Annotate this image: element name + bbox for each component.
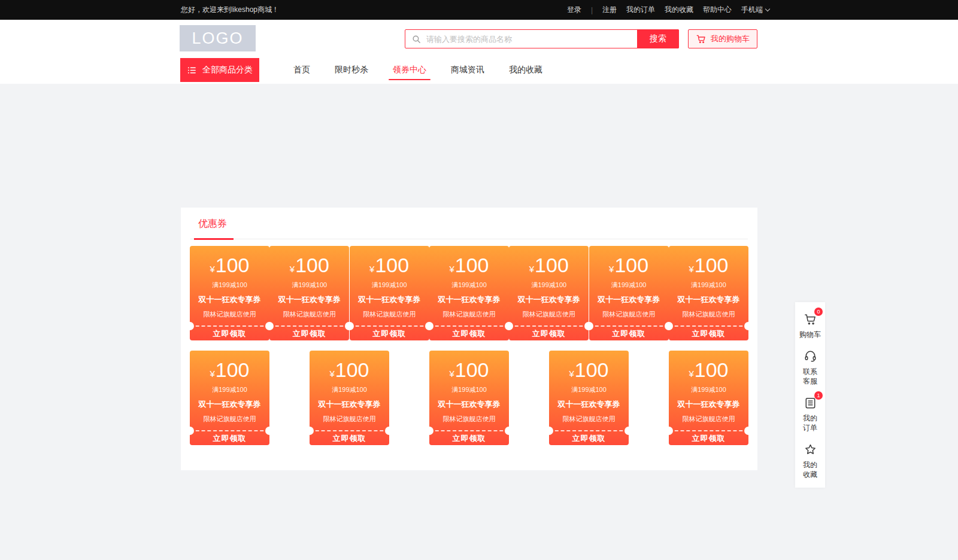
topbar-link-my-orders[interactable]: 我的订单 [626,5,655,15]
coupon-tear-line [669,430,748,431]
coupon-card: ¥100 满199减100 双十一狂欢专享券 限林记旗舰店使用 立即领取 [269,246,349,340]
side-item-my-favorites[interactable]: 我的 收藏 [803,442,817,479]
coupon-card: ¥100 满199减100 双十一狂欢专享券 限林记旗舰店使用 立即领取 [549,351,629,445]
coupon-card: ¥100 满199减100 双十一狂欢专享券 限林记旗舰店使用 立即领取 [669,246,748,340]
coupon-name: 双十一狂欢专享券 [319,399,381,410]
coupon-tear-line [190,430,269,431]
nav-item-coupon-center[interactable]: 领券中心 [392,58,428,82]
coupon-panel-head: 优惠券 [190,208,748,239]
topbar-link-login[interactable]: 登录 [567,5,581,15]
currency-symbol: ¥ [689,264,693,274]
search-bar: 搜索 [405,29,679,48]
list-icon [187,65,197,75]
coupon-name: 双十一狂欢专享券 [199,399,261,410]
coupon-tear-line [190,325,269,327]
claim-button[interactable]: 立即领取 [269,327,349,340]
currency-symbol: ¥ [609,264,614,274]
claim-button[interactable]: 立即领取 [350,327,429,340]
search-input[interactable] [422,30,637,48]
coupon-card: ¥100 满199减100 双十一狂欢专享券 限林记旗舰店使用 立即领取 [429,351,509,445]
my-cart-label: 我的购物车 [711,34,750,44]
claim-button[interactable]: 立即领取 [669,431,748,445]
currency-symbol: ¥ [449,369,454,379]
coupon-amount: ¥100 [290,254,329,276]
coupon-amount-value: 100 [375,254,409,276]
category-button-label: 全部商品分类 [202,65,253,75]
claim-button[interactable]: 立即领取 [549,431,629,445]
my-cart-button[interactable]: 我的购物车 [688,29,757,48]
topbar-links: 登录 | 注册 我的订单 我的收藏 帮助中心 手机端 [567,5,769,15]
claim-button[interactable]: 立即领取 [509,327,589,340]
coupon-amount-value: 100 [575,358,609,381]
search-icon [411,34,422,44]
coupon-name: 双十一狂欢专享券 [438,294,500,305]
coupon-scope: 限林记旗舰店使用 [323,415,376,424]
topbar-link-register[interactable]: 注册 [602,5,617,15]
logo[interactable]: LOGO [180,25,256,51]
panel-tab-underline [194,238,234,240]
coupon-name: 双十一狂欢专享券 [278,294,341,305]
nav-item-mall-news[interactable]: 商城资讯 [450,58,486,82]
side-panel: 0 购物车 联系 客服 [795,302,825,488]
coupon-tear-line [589,325,669,327]
orders-badge: 1 [814,391,823,400]
coupon-scope: 限林记旗舰店使用 [683,415,735,424]
coupon-scope: 限林记旗舰店使用 [363,310,416,319]
coupon-amount-value: 100 [614,254,648,276]
currency-symbol: ¥ [210,369,214,379]
side-item-my-orders[interactable]: 1 我的 订单 [803,395,817,433]
coupon-amount-value: 100 [216,254,250,276]
topbar-link-help-center[interactable]: 帮助中心 [703,5,732,15]
coupon-condition: 满199减100 [292,281,327,290]
coupon-scope: 限林记旗舰店使用 [443,415,496,424]
coupon-amount-value: 100 [695,254,729,276]
claim-button[interactable]: 立即领取 [429,327,509,340]
side-item-label: 购物车 [799,330,821,339]
claim-button[interactable]: 立即领取 [589,327,669,340]
coupon-amount: ¥100 [569,359,608,381]
currency-symbol: ¥ [210,264,214,274]
currency-symbol: ¥ [569,369,574,379]
claim-button[interactable]: 立即领取 [190,327,269,340]
side-item-label: 联系 客服 [803,367,817,386]
currency-symbol: ¥ [529,264,534,274]
topbar-link-mobile[interactable]: 手机端 [741,5,769,15]
nav-item-flash-sale[interactable]: 限时秒杀 [334,58,369,82]
topbar: 您好，欢迎来到likeshop商城！ 登录 | 注册 我的订单 我的收藏 帮助中… [0,0,958,20]
topbar-link-my-favorites[interactable]: 我的收藏 [665,5,693,15]
coupon-name: 双十一狂欢专享券 [438,399,501,410]
coupon-name: 双十一狂欢专享券 [677,294,739,305]
coupon-name: 双十一狂欢专享券 [358,294,420,305]
claim-button[interactable]: 立即领取 [190,431,269,445]
search-button[interactable]: 搜索 [637,29,679,48]
coupon-tear-line [269,325,349,327]
coupon-name: 双十一狂欢专享券 [678,399,740,410]
currency-symbol: ¥ [449,264,454,274]
coupon-scope: 限林记旗舰店使用 [204,310,256,319]
claim-button[interactable]: 立即领取 [310,431,389,445]
coupon-amount: ¥100 [449,359,489,381]
side-item-customer-service[interactable]: 联系 客服 [803,349,817,386]
coupon-card: ¥100 满199减100 双十一狂欢专享券 限林记旗舰店使用 立即领取 [589,246,669,340]
coupon-scope: 限林记旗舰店使用 [442,310,495,319]
coupon-condition: 满199减100 [571,385,607,394]
coupon-amount-value: 100 [695,358,729,381]
nav-item-home[interactable]: 首页 [292,58,311,82]
coupon-condition: 满199减100 [372,281,407,290]
coupon-name: 双十一狂欢专享券 [518,294,580,305]
side-item-cart[interactable]: 0 购物车 [799,312,821,339]
category-button[interactable]: 全部商品分类 [180,58,259,82]
coupon-scope: 限林记旗舰店使用 [204,415,256,424]
currency-symbol: ¥ [369,264,374,274]
claim-button[interactable]: 立即领取 [429,431,509,445]
claim-button[interactable]: 立即领取 [669,327,748,340]
coupon-amount-value: 100 [455,254,489,276]
coupon-scope: 限林记旗舰店使用 [523,310,575,319]
main-nav: 全部商品分类 首页 限时秒杀 领券中心 商城资讯 我的收藏 [180,58,544,82]
nav-item-my-favorites[interactable]: 我的收藏 [508,58,544,82]
coupon-card: ¥100 满199减100 双十一狂欢专享券 限林记旗舰店使用 立即领取 [350,246,429,340]
coupon-condition: 满199减100 [691,281,726,290]
panel-tab-coupons[interactable]: 优惠券 [198,218,227,230]
coupon-condition: 满199减100 [332,385,367,394]
coupon-amount-value: 100 [535,254,569,276]
